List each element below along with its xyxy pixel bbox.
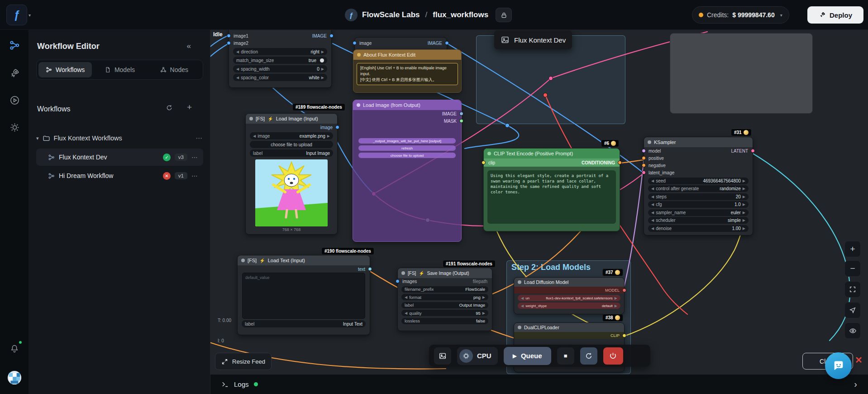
- widget-label[interactable]: labelInput Image: [250, 149, 333, 157]
- auto-queue-button[interactable]: [580, 347, 597, 365]
- widget-weight_dtype[interactable]: ◀weight_dtypedefault▶: [518, 303, 620, 309]
- workflow-canvas[interactable]: Step 2: Load Models: [210, 30, 868, 374]
- port-images-in[interactable]: [396, 279, 400, 283]
- node-image-stitch[interactable]: image1 IMAGE image2 ◀directionright▶matc…: [229, 30, 332, 88]
- rail-runs-button[interactable]: [7, 93, 22, 107]
- select-tool-button[interactable]: [844, 302, 861, 318]
- workflow-item-more-button[interactable]: ⋯: [191, 172, 199, 179]
- widget-control-after-generate[interactable]: ◀control after generaterandomize▶: [648, 185, 749, 192]
- port-image-in[interactable]: [353, 41, 357, 45]
- port-image2-in[interactable]: [227, 41, 231, 45]
- chat-dismiss-icon[interactable]: ✕: [855, 355, 863, 365]
- version-badge[interactable]: v3: [175, 154, 187, 161]
- widget-label[interactable]: labelOutput Image: [401, 302, 488, 308]
- stop-button[interactable]: ■: [557, 347, 574, 365]
- port-model-in[interactable]: [642, 149, 646, 153]
- reroute-dot[interactable]: [543, 93, 548, 97]
- port-positive-in[interactable]: [642, 156, 646, 160]
- node-header[interactable]: About Flux Kontext Edit: [353, 50, 461, 60]
- choose-file-row[interactable]: choose file to upload: [358, 153, 456, 158]
- port-model-out[interactable]: [622, 288, 626, 292]
- port-image-out[interactable]: [329, 34, 334, 38]
- port-image1-in[interactable]: [227, 34, 231, 38]
- node-header[interactable]: Load Diffusion Model: [514, 278, 624, 287]
- port-latent-out[interactable]: [751, 149, 755, 153]
- node-header[interactable]: KSampler: [644, 137, 753, 147]
- chat-widget-button[interactable]: [825, 352, 852, 379]
- node-load-diffusion-model[interactable]: Load Diffusion Model MODEL ◀unflux1-dev-…: [514, 277, 625, 314]
- port-negative-in[interactable]: [642, 163, 646, 168]
- notifications-button[interactable]: [7, 341, 22, 356]
- uploaded-image-preview[interactable]: [255, 159, 328, 226]
- widget-spacing_color[interactable]: ◀spacing_colorwhite▶: [233, 74, 327, 81]
- port-latent-image-in[interactable]: [642, 171, 646, 175]
- port-clip-in[interactable]: [482, 161, 486, 165]
- refresh-row[interactable]: refresh: [358, 145, 456, 151]
- widget-un[interactable]: ◀unflux1-dev-kontext_fp8_scaled.safetens…: [518, 295, 620, 301]
- rail-settings-button[interactable]: [7, 120, 22, 135]
- widget-steps[interactable]: ◀steps20▶: [648, 193, 749, 200]
- port-image-out[interactable]: [459, 112, 463, 116]
- node-fs-load-text[interactable]: [FS] ⚡ Load Text (Input) text default_va…: [237, 255, 370, 335]
- tab-models[interactable]: Models: [93, 62, 146, 77]
- queue-button[interactable]: ▶ Queue: [504, 347, 551, 365]
- widget-format[interactable]: ◀formatpng▶: [401, 294, 488, 300]
- port-image-out[interactable]: [335, 125, 339, 130]
- folder-more-button[interactable]: ⋯: [196, 135, 204, 142]
- widget-label[interactable]: labelInput Text: [242, 320, 366, 327]
- widget-spacing_width[interactable]: ◀spacing_width0▶: [233, 65, 327, 72]
- node-about-flux-kontext[interactable]: About Flux Kontext Edit [English] Use Ct…: [353, 49, 462, 93]
- output-images-row[interactable]: _output_images_will_be_put_here [output]: [358, 138, 456, 144]
- widget-denoise[interactable]: ◀denoise1.00▶: [648, 225, 749, 232]
- node-clip-text-encode[interactable]: CLIP Text Encode (Positive Prompt) clip …: [483, 148, 620, 231]
- credits-menu[interactable]: Credits: $ 99999847.60 ▾: [692, 6, 789, 24]
- widget-direction[interactable]: ◀directionright▶: [233, 48, 327, 55]
- port-text-out[interactable]: [368, 267, 372, 271]
- tab-workflows[interactable]: Workflows: [38, 62, 92, 77]
- workflow-folder-row[interactable]: ▾ Flux Kontext Workflows ⋯: [36, 132, 203, 144]
- zoom-out-button[interactable]: −: [844, 260, 861, 277]
- gallery-button[interactable]: [434, 347, 451, 365]
- widget-lossless[interactable]: losslessfalse: [401, 318, 488, 324]
- widget-button[interactable]: choose file to upload: [250, 141, 333, 148]
- node-header[interactable]: DualCLIPLoader: [514, 323, 624, 332]
- version-badge[interactable]: v1: [175, 172, 187, 179]
- widget-match_image_size[interactable]: match_image_sizetrue: [233, 57, 327, 64]
- widget-scheduler[interactable]: ◀schedulersimple▶: [648, 217, 749, 224]
- widget-quality[interactable]: ◀quality95▶: [401, 310, 488, 316]
- fit-view-button[interactable]: [844, 281, 861, 298]
- node-header[interactable]: [FS] ⚡ Save Image (Output): [398, 268, 492, 278]
- widget-cfg[interactable]: ◀cfg1.0▶: [648, 201, 749, 208]
- logs-bar[interactable]: Logs ›: [210, 374, 868, 394]
- reroute-dot[interactable]: [505, 123, 510, 128]
- default-value-textarea[interactable]: default_value: [242, 273, 365, 319]
- workflow-item-hi-dream[interactable]: Hi Dream Workflow ✕ v1 ⋯: [36, 167, 203, 184]
- node-load-image-from-output[interactable]: Load Image (from Output) IMAGE MASK _out…: [353, 100, 462, 242]
- workspace-logo-button[interactable]: ƒ: [6, 5, 27, 25]
- port-clip-out[interactable]: [622, 333, 626, 337]
- widget-image[interactable]: ◀imageexample.png▶: [250, 132, 333, 139]
- widget-sampler_name[interactable]: ◀sampler_nameeuler▶: [648, 209, 749, 216]
- resize-feed-button[interactable]: Resize Feed: [215, 353, 272, 370]
- logs-chevron-right-icon[interactable]: ›: [854, 379, 857, 389]
- rail-workflows-button[interactable]: [7, 38, 22, 53]
- node-preview-panel[interactable]: [670, 33, 813, 114]
- node-header[interactable]: [FS] ⚡ Load Text (Input): [238, 255, 370, 265]
- workflow-item-more-button[interactable]: ⋯: [191, 154, 199, 161]
- reroute-dot[interactable]: [548, 76, 553, 81]
- node-header[interactable]: CLIP Text Encode (Positive Prompt): [484, 149, 620, 159]
- port-conditioning-out[interactable]: [618, 161, 622, 165]
- zoom-in-button[interactable]: +: [844, 241, 861, 257]
- widget-filename_prefix[interactable]: filename_prefixFlowScale: [401, 286, 488, 293]
- rail-deployments-button[interactable]: [7, 66, 22, 80]
- deploy-button[interactable]: Deploy: [807, 6, 863, 24]
- visibility-button[interactable]: [844, 322, 861, 339]
- node-fs-save-image[interactable]: [FS] ⚡ Save Image (Output) images filepa…: [397, 268, 492, 331]
- tab-nodes[interactable]: Nodes: [148, 62, 201, 77]
- widget-seed[interactable]: ◀seed469366467564800▶: [648, 178, 749, 184]
- node-header[interactable]: [FS] ⚡ Load Image (Input): [246, 114, 337, 124]
- visibility-lock-button[interactable]: [496, 8, 512, 22]
- prompt-text[interactable]: Using this elegant style, create a portr…: [487, 170, 616, 224]
- workflow-item-flux-kontext-dev[interactable]: Flux Kontext Dev ✓ v3 ⋯: [36, 149, 203, 166]
- sidebar-collapse-button[interactable]: «: [187, 42, 191, 51]
